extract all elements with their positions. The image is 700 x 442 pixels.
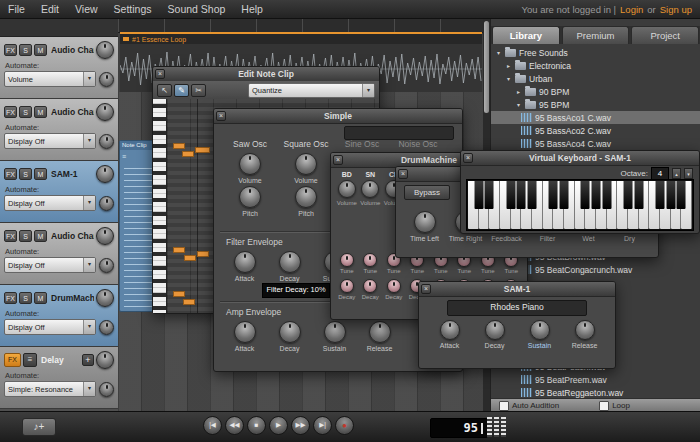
bypass-button[interactable]: Bypass bbox=[404, 185, 450, 200]
automate-knob[interactable] bbox=[99, 382, 114, 397]
attack-knob[interactable] bbox=[440, 320, 460, 340]
automate-knob[interactable] bbox=[99, 134, 114, 149]
menu-file[interactable]: File bbox=[0, 3, 33, 15]
login-link[interactable]: Login bbox=[620, 4, 643, 15]
expander-icon[interactable]: ▸ bbox=[515, 88, 522, 95]
fx-button[interactable]: FX bbox=[4, 44, 17, 56]
note-clip-menu-icon[interactable]: ≡ bbox=[122, 153, 126, 160]
volume-knob[interactable] bbox=[96, 289, 114, 307]
piano-keyboard[interactable] bbox=[466, 179, 694, 231]
stop-button[interactable]: ■ bbox=[247, 416, 266, 435]
black-key[interactable] bbox=[474, 181, 483, 209]
solo-button[interactable]: S bbox=[19, 230, 32, 242]
black-key[interactable] bbox=[485, 181, 494, 209]
decay-knob[interactable] bbox=[340, 279, 354, 293]
midi-note[interactable] bbox=[173, 247, 185, 253]
fx-strip-delay[interactable]: FX ≡ Delay + Automate: Simple: Resonance… bbox=[0, 347, 118, 409]
decay-knob[interactable] bbox=[363, 279, 377, 293]
mute-button[interactable]: M bbox=[34, 44, 47, 56]
menu-sound-shop[interactable]: Sound Shop bbox=[160, 3, 234, 15]
window-titlebar[interactable]: × SAM-1 bbox=[419, 282, 615, 297]
menu-edit[interactable]: Edit bbox=[33, 3, 67, 15]
volume-knob[interactable] bbox=[96, 103, 114, 121]
channel-strip-audio-4[interactable]: FX S M Audio Channel 4 Automate: Display… bbox=[0, 99, 118, 161]
pad-label[interactable]: SN bbox=[365, 171, 375, 178]
tree-file[interactable]: 95 BeatPreem.wav bbox=[491, 373, 700, 386]
octave-down-icon[interactable]: ▾ bbox=[684, 168, 693, 179]
sam1-window[interactable]: × SAM-1 Rhodes Piano Attack Decay Sustai… bbox=[418, 281, 616, 369]
solo-button[interactable]: S bbox=[19, 292, 32, 304]
amp-sustain-knob[interactable] bbox=[324, 321, 346, 343]
midi-note[interactable] bbox=[183, 299, 195, 305]
window-titlebar[interactable]: × Simple bbox=[214, 109, 462, 124]
add-note-icon[interactable]: ♪+ bbox=[22, 418, 56, 436]
automate-dropdown[interactable]: Display Off ▾ bbox=[4, 257, 96, 273]
add-fx-button[interactable]: + bbox=[82, 354, 94, 366]
preset-dropdown[interactable]: Rhodes Piano bbox=[447, 300, 587, 316]
expander-icon[interactable]: ▾ bbox=[505, 75, 512, 82]
scrollbar-thumb[interactable] bbox=[484, 21, 489, 113]
filter-attack-knob[interactable] bbox=[234, 251, 256, 273]
tree-folder[interactable]: ▾ 95 BPM bbox=[491, 98, 700, 111]
midi-note[interactable] bbox=[173, 143, 185, 149]
black-key[interactable] bbox=[528, 181, 537, 209]
tree-file[interactable]: 95 BassAco4 C.wav bbox=[491, 137, 700, 150]
mute-button[interactable]: M bbox=[34, 106, 47, 118]
close-icon[interactable]: × bbox=[398, 169, 408, 179]
erase-tool-icon[interactable]: ✂ bbox=[191, 84, 206, 97]
tune-knob[interactable] bbox=[363, 253, 377, 267]
virtual-keyboard-window[interactable]: × Virtual Keyboard - SAM-1 Octave: 4 ▴ ▾ bbox=[460, 150, 700, 234]
auto-audition-checkbox[interactable] bbox=[499, 401, 509, 411]
black-key[interactable] bbox=[656, 181, 665, 209]
select-tool-icon[interactable]: ↖ bbox=[157, 84, 172, 97]
black-key[interactable] bbox=[592, 181, 601, 209]
solo-button[interactable]: S bbox=[19, 106, 32, 118]
volume-knob[interactable] bbox=[96, 165, 114, 183]
automate-dropdown[interactable]: Display Off ▾ bbox=[4, 133, 96, 149]
black-key[interactable] bbox=[517, 181, 526, 209]
automate-knob[interactable] bbox=[99, 258, 114, 273]
preset-dropdown[interactable] bbox=[344, 126, 454, 140]
black-key[interactable] bbox=[549, 181, 558, 209]
channel-strip-audio-5[interactable]: FX S M Audio Channel 5 Automate: Display… bbox=[0, 223, 118, 285]
piano-roll-keys[interactable] bbox=[153, 99, 167, 313]
fx-button[interactable]: FX bbox=[4, 230, 17, 242]
black-key[interactable] bbox=[506, 181, 515, 209]
tune-knob[interactable] bbox=[340, 253, 354, 267]
fx-knob[interactable] bbox=[96, 351, 114, 369]
midi-note[interactable] bbox=[173, 291, 185, 297]
tempo-display[interactable]: 95 bbox=[430, 418, 488, 438]
black-key[interactable] bbox=[666, 181, 675, 209]
black-key[interactable] bbox=[634, 181, 643, 209]
sustain-knob[interactable] bbox=[530, 320, 550, 340]
pencil-tool-icon[interactable]: ✎ bbox=[174, 84, 189, 97]
midi-note[interactable] bbox=[182, 151, 194, 157]
channel-strip-audio-1[interactable]: FX S M Audio Channel 1 Automate: Volume … bbox=[0, 37, 118, 99]
quantize-dropdown[interactable]: Quantize ▾ bbox=[248, 83, 375, 98]
midi-note[interactable] bbox=[184, 255, 196, 261]
tab-project[interactable]: Project bbox=[631, 26, 699, 44]
automate-knob[interactable] bbox=[99, 320, 114, 335]
amp-release-knob[interactable] bbox=[369, 321, 391, 343]
channel-strip-drummachine[interactable]: FX S M DrumMachine Automate: Display Off… bbox=[0, 285, 118, 347]
automate-dropdown[interactable]: Volume ▾ bbox=[4, 71, 96, 87]
fx-badge[interactable]: FX bbox=[4, 353, 21, 367]
octave-up-icon[interactable]: ▴ bbox=[672, 168, 681, 179]
expander-icon[interactable]: ▾ bbox=[515, 101, 522, 108]
window-titlebar[interactable]: × Edit Note Clip bbox=[153, 67, 379, 82]
volume-knob[interactable] bbox=[96, 41, 114, 59]
close-icon[interactable]: × bbox=[216, 111, 226, 121]
close-icon[interactable]: × bbox=[463, 153, 473, 163]
solo-button[interactable]: S bbox=[19, 168, 32, 180]
tree-file-selected[interactable]: 95 BassAco1 C.wav bbox=[491, 111, 700, 124]
volume-knob[interactable] bbox=[96, 227, 114, 245]
saw-pitch-knob[interactable] bbox=[239, 186, 261, 208]
clip-handle[interactable] bbox=[123, 37, 129, 41]
fx-button[interactable]: FX bbox=[4, 106, 17, 118]
saw-volume-knob[interactable] bbox=[239, 153, 261, 175]
menu-view[interactable]: View bbox=[67, 3, 106, 15]
menu-help[interactable]: Help bbox=[233, 3, 271, 15]
tree-folder[interactable]: ▾ Free Sounds bbox=[491, 46, 700, 59]
fx-button[interactable]: FX bbox=[4, 168, 17, 180]
black-key[interactable] bbox=[560, 181, 569, 209]
